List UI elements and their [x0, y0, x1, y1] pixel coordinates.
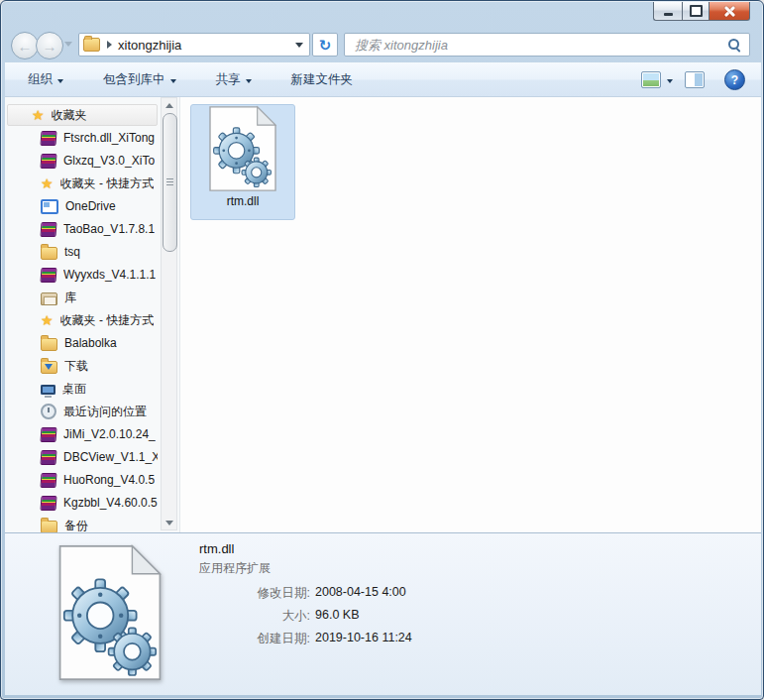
created-date-label: 创建日期: [199, 631, 310, 647]
organize-button[interactable]: 组织 [19, 67, 72, 92]
breadcrumb-arrow-icon[interactable] [107, 41, 112, 49]
details-file-name: rtm.dll [199, 541, 234, 556]
help-button[interactable]: ? [724, 69, 745, 90]
triangle-up-icon [165, 103, 173, 108]
sidebar-item-jimi[interactable]: JiMi_V2.0.10.24_ [7, 423, 158, 445]
created-date-value: 2019-10-16 11:24 [315, 631, 412, 647]
sidebar-item-backup[interactable]: 备份 [7, 515, 158, 532]
sidebar-item-favorites-shortcut-2[interactable]: ★收藏夹 - 快捷方式 [7, 309, 158, 331]
search-box[interactable] [344, 33, 750, 57]
sidebar-item-kgzbbl[interactable]: Kgzbbl_V4.60.0.5 [7, 492, 158, 514]
close-button[interactable] [709, 2, 750, 21]
size-label: 大小: [199, 608, 310, 625]
scrollbar-grip-icon [166, 178, 173, 186]
onedrive-icon [41, 199, 58, 214]
command-toolbar: 组织 包含到库中 共享 新建文件夹 ? [5, 62, 761, 97]
help-icon: ? [731, 73, 738, 87]
gear-small-icon [242, 158, 271, 186]
share-label: 共享 [216, 71, 241, 88]
new-folder-label: 新建文件夹 [291, 71, 354, 88]
forward-icon: → [43, 38, 57, 55]
sidebar-item-huorong[interactable]: HuoRong_V4.0.5 [7, 469, 158, 491]
sidebar-item-tsq[interactable]: tsq [7, 241, 158, 263]
include-in-library-label: 包含到库中 [103, 71, 165, 88]
sidebar-item-recent-places[interactable]: 最近访问的位置 [7, 401, 158, 422]
organize-label: 组织 [28, 71, 53, 88]
address-bar[interactable]: xitongzhijia [78, 33, 310, 57]
maximize-icon [690, 5, 703, 17]
minimize-button[interactable] [653, 2, 682, 21]
sidebar-item-onedrive[interactable]: OneDrive [7, 195, 158, 217]
new-folder-button[interactable]: 新建文件夹 [282, 67, 363, 92]
details-fields: 修改日期: 2008-04-15 4:00 大小: 96.0 KB 创建日期: … [199, 585, 412, 647]
content-area: ★收藏夹 Ftsrch.dll_XiTong Glxzq_V3.0_XiTo ★… [5, 97, 761, 532]
file-list-area[interactable]: rtm.dll [180, 97, 761, 532]
sidebar-item-favorites[interactable]: ★收藏夹 [7, 104, 158, 126]
folder-icon [83, 38, 100, 52]
sidebar-item-favorites-shortcut[interactable]: ★收藏夹 - 快捷方式 [7, 173, 158, 194]
refresh-button[interactable]: ↻ [312, 33, 338, 57]
breadcrumb-folder[interactable]: xitongzhijia [118, 38, 295, 53]
libraries-icon [41, 292, 57, 305]
dll-file-icon [206, 105, 279, 192]
navigation-bar: ← → xitongzhijia ↻ [1, 29, 763, 62]
share-button[interactable]: 共享 [207, 67, 261, 92]
sidebar-item-taobao[interactable]: TaoBao_V1.7.8.1 [7, 218, 158, 240]
sidebar-item-glxzq[interactable]: Glxzq_V3.0_XiTo [7, 150, 158, 172]
close-icon [724, 6, 735, 17]
rar-archive-icon [40, 131, 56, 146]
rar-archive-icon [40, 473, 56, 488]
sidebar-item-libraries[interactable]: 库 [7, 287, 158, 308]
downloads-folder-icon [41, 361, 57, 374]
star-icon: ★ [41, 313, 54, 327]
recent-pages-dropdown[interactable] [64, 42, 72, 47]
modified-date-label: 修改日期: [199, 585, 310, 602]
sidebar-item-downloads[interactable]: 下载 [7, 355, 158, 377]
scroll-up-button[interactable] [162, 98, 176, 112]
rar-archive-icon [40, 222, 56, 237]
rar-archive-icon [40, 154, 56, 169]
recent-places-icon [41, 404, 56, 419]
gear-small-icon [109, 628, 157, 675]
back-button[interactable]: ← [11, 32, 39, 59]
include-in-library-button[interactable]: 包含到库中 [94, 67, 185, 92]
folder-icon [41, 247, 57, 260]
refresh-icon: ↻ [319, 38, 332, 53]
explorer-window: ← → xitongzhijia ↻ 组织 包含到库中 共享 [0, 0, 764, 700]
forward-button[interactable]: → [36, 32, 63, 59]
file-rtm-dll[interactable]: rtm.dll [190, 104, 295, 220]
change-view-button[interactable] [635, 67, 679, 92]
views-icon [641, 71, 661, 88]
scroll-down-button[interactable] [162, 516, 176, 529]
search-input[interactable] [353, 37, 727, 54]
window-controls [653, 2, 750, 21]
rar-archive-icon [40, 496, 56, 511]
details-pane: rtm.dll 应用程序扩展 修改日期: 2008-04-15 4:00 大小:… [5, 532, 761, 695]
rar-archive-icon [40, 427, 56, 442]
desktop-icon [41, 385, 55, 395]
folder-icon [41, 338, 57, 351]
chevron-down-icon [246, 79, 252, 83]
sidebar-item-ftsrch[interactable]: Ftsrch.dll_XiTong [7, 127, 158, 149]
file-name-label: rtm.dll [227, 194, 260, 208]
sidebar-item-wyyxds[interactable]: Wyyxds_V4.1.1.1 [7, 264, 158, 286]
sidebar-item-desktop[interactable]: 桌面 [7, 378, 158, 400]
address-dropdown-icon[interactable] [295, 43, 303, 48]
sidebar-item-balabolka[interactable]: Balabolka [7, 332, 158, 354]
minimize-icon [664, 13, 673, 16]
modified-date-value: 2008-04-15 4:00 [315, 585, 412, 602]
star-icon: ★ [41, 176, 54, 190]
preview-pane-icon [685, 71, 705, 88]
rar-archive-icon [40, 268, 56, 283]
scrollbar-thumb[interactable] [163, 113, 177, 252]
chevron-down-icon [667, 79, 673, 83]
dll-file-icon-large [55, 543, 165, 686]
details-file-type: 应用程序扩展 [199, 560, 271, 577]
sidebar-scrollbar[interactable] [161, 97, 177, 530]
maximize-button[interactable] [682, 2, 709, 21]
preview-pane-button[interactable] [679, 67, 710, 92]
sidebar-item-dbcview[interactable]: DBCView_V1.1_X [7, 446, 158, 468]
search-icon[interactable] [727, 38, 741, 52]
chevron-down-icon [57, 79, 63, 83]
size-value: 96.0 KB [315, 608, 412, 625]
